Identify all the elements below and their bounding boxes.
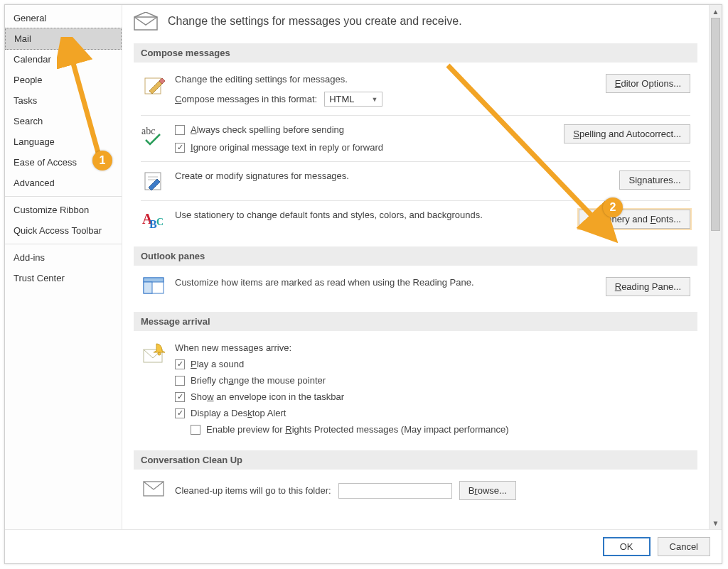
checkbox-icon	[175, 125, 185, 135]
svg-text:abc: abc	[141, 126, 155, 136]
section-title: Outlook panes	[134, 246, 697, 266]
rights-preview-checkbox[interactable]: Enable preview for Rights Protected mess…	[191, 424, 690, 435]
signatures-label: Create or modify signatures for messages…	[175, 170, 611, 181]
page-header: Change the settings for messages you cre…	[134, 12, 697, 43]
nav-advanced[interactable]: Advanced	[5, 173, 122, 193]
svg-text:C: C	[156, 217, 164, 227]
editor-options-button[interactable]: Editor Options...	[606, 74, 690, 93]
editing-settings-label: Change the editing settings for messages…	[175, 74, 597, 85]
checkbox-label: Always check spelling before sending	[191, 124, 344, 135]
section-title: Message arrival	[134, 312, 697, 331]
play-sound-checkbox[interactable]: Play a sound	[175, 359, 690, 369]
annotation-badge-1: 1	[92, 151, 112, 170]
signature-icon	[141, 170, 166, 192]
reading-pane-label: Customize how items are marked as read w…	[175, 277, 597, 288]
mail-options-panel: Change the settings for messages you cre…	[122, 5, 709, 529]
options-dialog: General Mail Calendar People Tasks Searc…	[4, 4, 722, 564]
arrival-intro-label: When new messages arrive:	[175, 342, 690, 353]
cleanup-folder-field[interactable]	[338, 483, 452, 499]
page-title: Change the settings for messages you cre…	[168, 15, 462, 28]
checkbox-icon	[175, 408, 185, 418]
cleanup-folder-label: Cleaned-up items will go to this folder:	[175, 485, 331, 496]
scroll-down-arrow-icon[interactable]: ▼	[710, 516, 722, 529]
checkbox-label: Display a Desktop Alert	[191, 408, 286, 418]
checkbox-label: Enable preview for Rights Protected mess…	[206, 424, 509, 435]
spellcheck-icon: abc	[141, 124, 166, 146]
cancel-button[interactable]: Cancel	[658, 537, 710, 556]
nav-quick-access-toolbar[interactable]: Quick Access Toolbar	[5, 220, 122, 241]
cleanup-envelope-icon	[141, 481, 166, 497]
divider	[141, 115, 690, 116]
checkbox-label: Show an envelope icon in the taskbar	[191, 391, 344, 402]
nav-separator	[5, 196, 122, 197]
stationery-icon: A B C	[141, 210, 166, 231]
category-sidebar: General Mail Calendar People Tasks Searc…	[5, 5, 122, 529]
chevron-down-icon: ▼	[372, 96, 378, 103]
content-wrap: Change the settings for messages you cre…	[122, 5, 722, 529]
nav-add-ins[interactable]: Add-ins	[5, 247, 122, 268]
nav-tasks[interactable]: Tasks	[5, 90, 122, 111]
svg-point-13	[158, 352, 161, 355]
stationery-label: Use stationery to change default fonts a…	[175, 210, 570, 220]
ok-button[interactable]: OK	[603, 537, 651, 556]
nav-separator	[5, 244, 122, 244]
checkbox-icon	[175, 359, 185, 369]
nav-people[interactable]: People	[5, 70, 122, 90]
dialog-body: General Mail Calendar People Tasks Searc…	[5, 5, 722, 529]
nav-mail[interactable]: Mail	[5, 28, 122, 50]
change-pointer-checkbox[interactable]: Briefly change the mouse pointer	[175, 375, 690, 386]
scroll-up-arrow-icon[interactable]: ▲	[710, 5, 722, 18]
nav-language[interactable]: Language	[5, 131, 122, 152]
section-outlook-panes: Outlook panes Customize	[134, 246, 697, 309]
reading-pane-button[interactable]: Reading Pane...	[606, 277, 690, 296]
compose-edit-icon	[141, 74, 166, 97]
ignore-original-checkbox[interactable]: Ignore original message text in reply or…	[175, 142, 555, 153]
nav-general[interactable]: General	[5, 8, 122, 28]
bell-mail-icon	[141, 342, 166, 364]
checkbox-icon	[175, 376, 185, 386]
compose-format-value: HTML	[329, 94, 354, 104]
nav-trust-center[interactable]: Trust Center	[5, 268, 122, 288]
svg-rect-10	[144, 278, 164, 282]
scroll-thumb[interactable]	[711, 18, 720, 231]
section-message-arrival: Message arrival	[134, 312, 697, 448]
envelope-taskbar-checkbox[interactable]: Show an envelope icon in the taskbar	[175, 391, 690, 402]
checkbox-label: Ignore original message text in reply or…	[191, 142, 383, 153]
annotation-badge-2: 2	[603, 197, 623, 217]
desktop-alert-checkbox[interactable]: Display a Desktop Alert	[175, 408, 690, 418]
section-title: Compose messages	[134, 43, 697, 63]
checkbox-label: Briefly change the mouse pointer	[191, 375, 326, 386]
svg-rect-11	[144, 282, 152, 293]
checkbox-icon	[175, 143, 185, 153]
section-title: Conversation Clean Up	[134, 450, 697, 470]
always-check-spelling-checkbox[interactable]: Always check spelling before sending	[175, 124, 555, 135]
vertical-scrollbar[interactable]: ▲ ▼	[709, 5, 722, 529]
divider	[141, 161, 690, 162]
checkbox-label: Play a sound	[191, 359, 244, 369]
browse-button[interactable]: Browse...	[459, 481, 516, 500]
signatures-button[interactable]: Signatures...	[619, 170, 690, 190]
spelling-autocorrect-button[interactable]: Spelling and Autocorrect...	[564, 124, 690, 143]
nav-calendar[interactable]: Calendar	[5, 49, 122, 70]
reading-pane-icon	[141, 277, 166, 294]
checkbox-icon	[175, 392, 185, 402]
compose-format-label: Compose messages in this format:	[175, 94, 317, 104]
section-conversation-cleanup: Conversation Clean Up Cl	[134, 450, 697, 500]
stationery-fonts-button[interactable]: Stationery and Fonts...	[579, 210, 690, 229]
compose-format-select[interactable]: HTML ▼	[324, 92, 382, 107]
nav-customize-ribbon[interactable]: Customize Ribbon	[5, 200, 122, 220]
dialog-footer: OK Cancel	[5, 529, 722, 563]
envelope-icon	[134, 12, 158, 31]
checkbox-icon	[191, 425, 200, 435]
nav-search[interactable]: Search	[5, 111, 122, 131]
